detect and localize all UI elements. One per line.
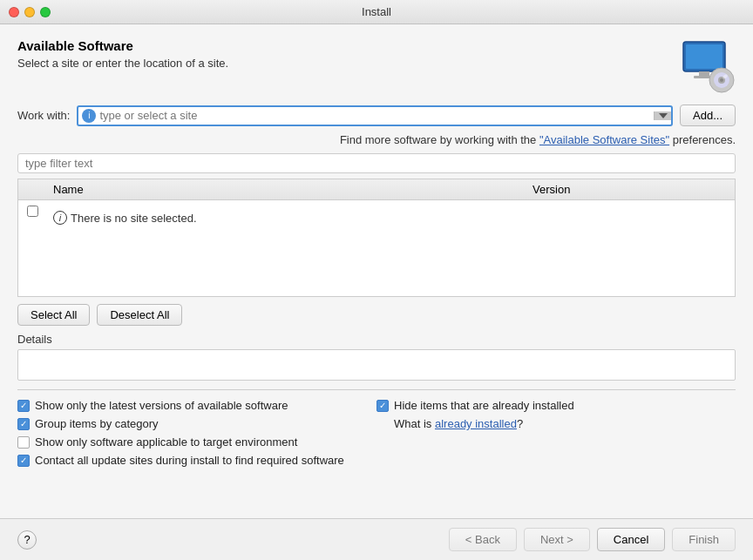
monitor-icon — [680, 38, 736, 94]
select-all-button[interactable]: Select All — [17, 304, 90, 326]
svg-rect-1 — [686, 44, 722, 69]
checkbox-item-4: Contact all update sites during install … — [17, 454, 376, 467]
cb4-label: Contact all update sites during install … — [35, 454, 344, 467]
software-table: Name Version i There is no site selected… — [17, 179, 736, 297]
window-controls[interactable] — [9, 7, 51, 17]
cb5-label: Hide items that are already installed — [394, 399, 574, 412]
header-icon — [680, 38, 736, 94]
svg-rect-2 — [699, 71, 709, 76]
table-check-col — [18, 183, 46, 196]
work-with-row: Work with: i Add... — [0, 105, 753, 133]
minimize-button[interactable] — [24, 7, 35, 17]
cb6-label: What is already installed? — [394, 417, 523, 430]
main-content: Available Software Select a site or ente… — [0, 24, 753, 518]
already-installed-link[interactable]: already installed — [435, 417, 517, 430]
table-name-col: Name — [46, 183, 526, 196]
filter-input[interactable] — [17, 153, 736, 173]
deselect-all-button[interactable]: Deselect All — [97, 304, 182, 326]
row-check-input[interactable] — [27, 206, 38, 217]
back-button[interactable]: < Back — [449, 528, 517, 551]
page-subtitle: Select a site or enter the location of a… — [17, 57, 228, 70]
row-checkbox[interactable] — [18, 206, 46, 217]
help-button[interactable]: ? — [17, 530, 37, 550]
select-buttons-row: Select All Deselect All — [0, 297, 753, 333]
chevron-down-icon — [659, 113, 668, 118]
bottom-bar: ? < Back Next > Cancel Finish — [0, 518, 753, 560]
bottom-right: < Back Next > Cancel Finish — [449, 528, 736, 551]
cb2[interactable] — [17, 418, 30, 430]
dropdown-arrow[interactable] — [654, 111, 671, 120]
page-title: Available Software — [17, 38, 228, 53]
info-link-row: Find more software by working with the "… — [0, 133, 753, 153]
checkbox-item-3: Show only software applicable to target … — [17, 435, 376, 449]
checkboxes-area: Show only the latest versions of availab… — [0, 399, 753, 467]
checkbox-col-left: Show only the latest versions of availab… — [17, 399, 376, 467]
info-circle-icon: i — [53, 211, 67, 225]
no-site-message: i There is no site selected. — [46, 206, 204, 230]
table-header: Name Version — [18, 179, 735, 200]
filter-row — [0, 153, 753, 173]
cb3-label: Show only software applicable to target … — [35, 435, 297, 449]
divider — [17, 389, 736, 390]
finish-button[interactable]: Finish — [672, 528, 736, 551]
info-suffix: preferences. — [669, 133, 736, 146]
svg-point-7 — [720, 78, 723, 82]
checkbox-item-5: Hide items that are already installed — [376, 399, 736, 412]
close-button[interactable] — [9, 7, 19, 17]
checkbox-item-2: Group items by category — [17, 417, 376, 430]
no-site-text: There is no site selected. — [71, 212, 197, 225]
work-with-label: Work with: — [17, 109, 70, 122]
cb1-label: Show only the latest versions of availab… — [35, 399, 288, 412]
cancel-button[interactable]: Cancel — [597, 528, 665, 551]
header-area: Available Software Select a site or ente… — [0, 24, 753, 105]
info-prefix: Find more software by working with the — [340, 133, 539, 146]
cb4[interactable] — [17, 455, 30, 467]
cb2-label: Group items by category — [35, 417, 159, 430]
checkbox-item-6: What is already installed? — [376, 417, 736, 430]
checkbox-item-1: Show only the latest versions of availab… — [17, 399, 376, 412]
window-title: Install — [362, 5, 391, 18]
cb3[interactable] — [17, 436, 30, 449]
cb1[interactable] — [17, 400, 30, 412]
details-box — [17, 349, 736, 381]
title-bar: Install — [0, 0, 753, 24]
details-section: Details — [0, 333, 753, 381]
info-icon: i — [82, 109, 96, 123]
table-body: i There is no site selected. — [18, 200, 735, 296]
table-version-col: Version — [526, 183, 735, 196]
maximize-button[interactable] — [40, 7, 51, 17]
work-with-input-wrap: i — [77, 105, 673, 126]
next-button[interactable]: Next > — [524, 528, 590, 551]
available-software-sites-link[interactable]: "Available Software Sites" — [539, 133, 669, 146]
checkbox-col-right: Hide items that are already installed Wh… — [376, 399, 736, 467]
add-button[interactable]: Add... — [680, 105, 736, 126]
cb5[interactable] — [376, 400, 389, 412]
bottom-left: ? — [17, 530, 37, 550]
header-text: Available Software Select a site or ente… — [17, 38, 228, 70]
details-label: Details — [17, 333, 736, 346]
work-with-input[interactable] — [99, 109, 654, 122]
